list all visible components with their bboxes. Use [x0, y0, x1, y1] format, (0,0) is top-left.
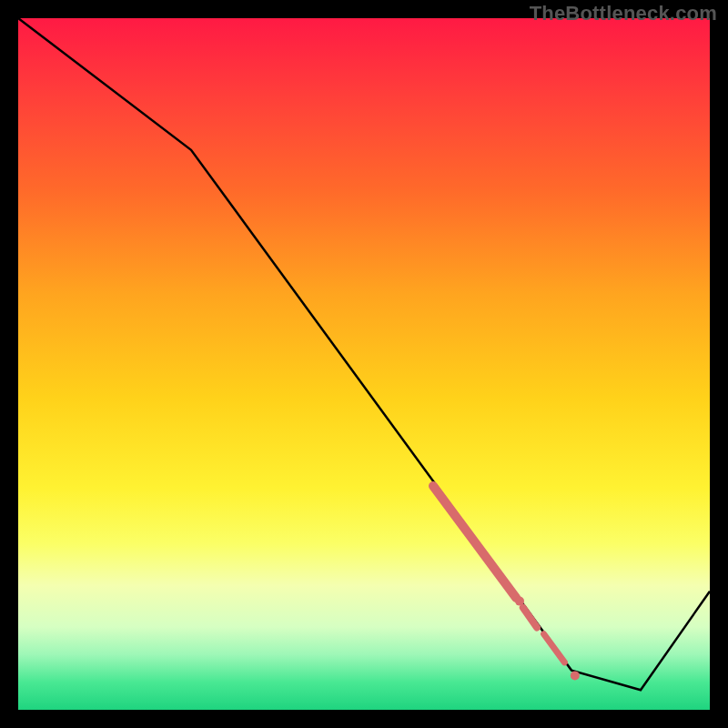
watermark-text: TheBottleneck.com — [530, 2, 717, 25]
chart-svg — [18, 18, 710, 710]
plot-area — [18, 18, 710, 710]
curve-line — [18, 18, 710, 690]
highlight-dot-0 — [571, 671, 580, 680]
highlight-segment-1 — [523, 608, 537, 628]
highlight-dot-1 — [515, 597, 524, 606]
highlight-segment-0 — [433, 486, 516, 598]
chart-frame: TheBottleneck.com — [0, 0, 728, 728]
highlight-segment-2 — [544, 634, 565, 662]
